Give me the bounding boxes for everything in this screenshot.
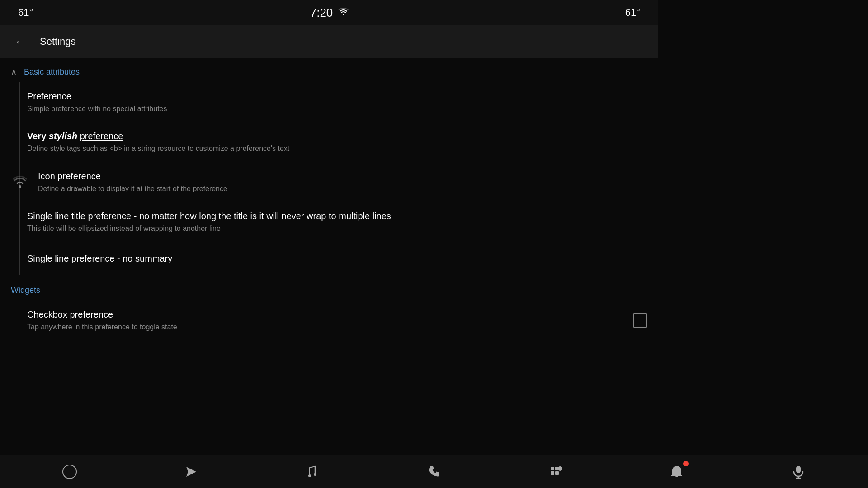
status-time: 7:20 <box>310 6 333 20</box>
status-bar: 61° 7:20 61° <box>0 0 658 25</box>
status-temp-right: 61° <box>625 7 640 19</box>
basic-attributes-label: Basic attributes <box>24 67 80 77</box>
back-button[interactable]: ← <box>11 33 29 51</box>
preference-content: Preference Simple preference with no spe… <box>27 90 647 114</box>
stylish-preference-item[interactable]: Very stylish preference Define style tag… <box>0 122 658 162</box>
app-bar: ← Settings <box>0 25 658 58</box>
icon-preference-title: Icon preference <box>38 170 647 182</box>
stylish-title-underline: preference <box>80 131 123 141</box>
checkbox-preference-title: Checkbox preference <box>27 309 633 320</box>
stylish-preference-summary: Define style tags such as <b> in a strin… <box>27 144 647 154</box>
preference-summary: Simple preference with no special attrib… <box>27 104 647 114</box>
stylish-title-bold: Very <box>27 131 49 141</box>
single-line-no-summary-title: Single line preference - no summary <box>27 253 647 264</box>
checkbox-preference-content: Checkbox preference Tap anywhere in this… <box>27 309 633 332</box>
content-area: ∧ Basic attributes Preference Simple pre… <box>0 58 658 334</box>
status-center: 7:20 <box>310 6 349 20</box>
status-temp-left: 61° <box>18 7 33 19</box>
single-line-no-summary-item[interactable]: Single line preference - no summary <box>0 242 658 275</box>
preference-title: Preference <box>27 90 647 102</box>
checkbox-widget[interactable] <box>633 313 647 328</box>
app-bar-title: Settings <box>40 36 76 47</box>
widgets-label: Widgets <box>11 286 40 295</box>
checkbox-preference-item[interactable]: Checkbox preference Tap anywhere in this… <box>0 300 658 334</box>
single-line-title-content: Single line title preference - no matter… <box>27 210 647 234</box>
section-header-basic-attributes[interactable]: ∧ Basic attributes <box>0 58 658 82</box>
single-line-no-summary-content: Single line preference - no summary <box>27 253 647 264</box>
section-header-widgets[interactable]: Widgets <box>0 275 658 300</box>
single-line-title-summary: This title will be ellipsized instead of… <box>27 224 647 234</box>
stylish-preference-title: Very stylish preference <box>27 130 647 142</box>
basic-attributes-list: Preference Simple preference with no spe… <box>0 82 658 275</box>
back-arrow-icon: ← <box>14 35 25 48</box>
icon-preference-summary: Define a drawable to display it at the s… <box>38 184 647 194</box>
preference-item[interactable]: Preference Simple preference with no spe… <box>0 82 658 122</box>
chevron-up-icon: ∧ <box>11 67 17 77</box>
stylish-preference-content: Very stylish preference Define style tag… <box>27 130 647 154</box>
single-line-title: Single line title preference - no matter… <box>27 210 647 222</box>
icon-preference-content: Icon preference Define a drawable to dis… <box>38 170 647 194</box>
status-wifi-icon <box>338 8 348 18</box>
svg-point-0 <box>19 185 21 188</box>
preference-wifi-icon <box>11 173 29 191</box>
checkbox-preference-summary: Tap anywhere in this preference to toggl… <box>27 322 633 332</box>
single-line-title-item[interactable]: Single line title preference - no matter… <box>0 202 658 242</box>
icon-preference-item[interactable]: Icon preference Define a drawable to dis… <box>0 162 658 202</box>
stylish-title-italic: stylish <box>49 131 80 141</box>
